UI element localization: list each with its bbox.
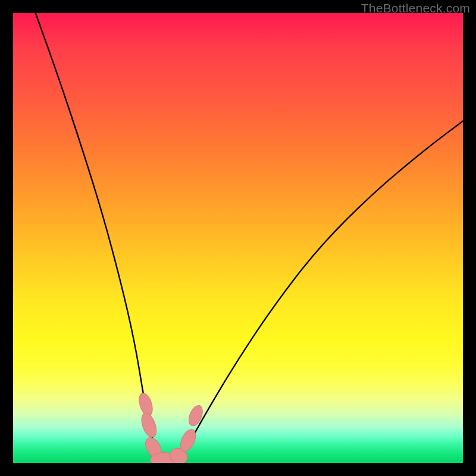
curve-svg: [13, 13, 463, 463]
plot-area: [13, 13, 463, 463]
curve-markers: [137, 392, 205, 463]
bottleneck-curve: [36, 13, 463, 461]
curve-marker: [139, 411, 159, 439]
curve-marker: [186, 403, 205, 428]
chart-frame: TheBottleneck.com: [0, 0, 476, 476]
